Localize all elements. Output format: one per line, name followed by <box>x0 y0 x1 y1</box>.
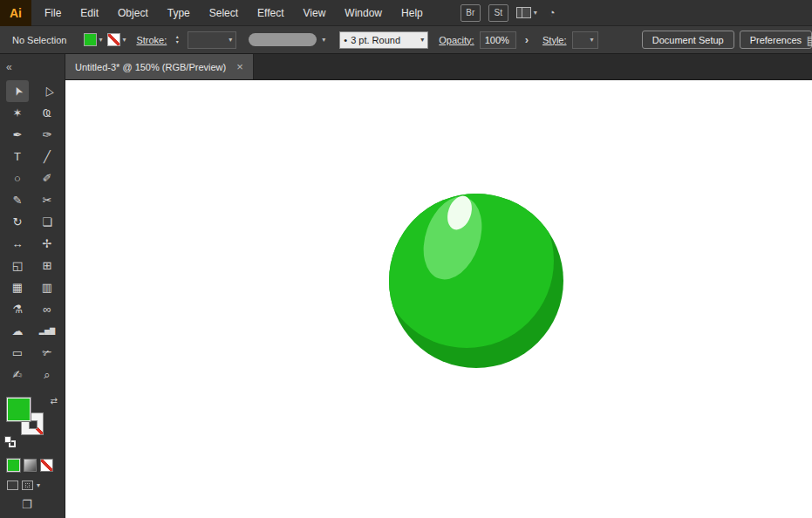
chevron-down-icon[interactable]: ▾ <box>37 481 40 489</box>
gradient-tool-icon: ▥ <box>42 282 52 293</box>
opacity-label[interactable]: Opacity: <box>439 35 474 45</box>
lasso-tool-icon: Ҩ <box>43 107 51 119</box>
free-transform-tool[interactable]: ✢ <box>36 233 58 255</box>
scale-tool[interactable]: ❏ <box>36 211 58 233</box>
width-tool-icon: ↔ <box>12 238 24 249</box>
pencil-tool-icon: ✎ <box>13 194 23 206</box>
preferences-button[interactable]: Preferences <box>740 31 812 49</box>
stroke-weight-label[interactable]: Stroke: <box>136 35 167 45</box>
lasso-tool[interactable]: Ҩ <box>36 102 58 124</box>
menu-edit[interactable]: Edit <box>71 0 108 26</box>
bridge-button[interactable]: Br <box>461 4 481 22</box>
menu-object[interactable]: Object <box>108 0 158 26</box>
selection-tool[interactable]: ➤ <box>6 80 29 102</box>
gradient-button[interactable] <box>24 459 37 472</box>
menu-select[interactable]: Select <box>200 0 248 26</box>
stock-button[interactable]: St <box>488 4 508 22</box>
line-segment-tool-icon: ╱ <box>44 151 51 162</box>
type-tool[interactable]: T <box>6 146 29 167</box>
magic-wand-tool[interactable]: ✶ <box>6 102 29 124</box>
collapse-panel-icon[interactable]: « <box>6 61 12 73</box>
perspective-grid-tool[interactable]: ⊞ <box>36 255 58 276</box>
none-button[interactable] <box>40 459 53 472</box>
color-mode-row <box>7 459 53 472</box>
mesh-tool-icon: ▦ <box>12 282 23 293</box>
variable-width-profile[interactable] <box>249 33 317 46</box>
chevron-down-icon: ▾ <box>534 9 537 17</box>
canvas-area[interactable] <box>65 80 812 518</box>
gradient-tool[interactable]: ▥ <box>36 276 58 298</box>
line-segment-tool[interactable]: ╱ <box>36 146 58 167</box>
column-graph-tool[interactable]: ▂▅▇ <box>36 320 58 342</box>
menu-window[interactable]: Window <box>335 0 392 26</box>
control-bar: No Selection ▾ ▾ Stroke: ▴ ▾ ▾ ▾ • 3 pt.… <box>0 26 812 54</box>
hand-tool[interactable]: ✍ <box>6 364 29 385</box>
screen-mode-button[interactable]: ❐ <box>22 498 32 511</box>
draw-inside-icon[interactable] <box>22 481 33 490</box>
panel-toggle-icon[interactable]: ▤ <box>807 33 812 47</box>
fill-color-control[interactable]: ▾ <box>84 33 102 46</box>
scissors-tool-icon: ✂ <box>43 194 52 206</box>
menubar-quick-actions: Br St ▾ ◔ <box>461 4 556 22</box>
stroke-weight-combo[interactable]: ▾ <box>188 31 236 49</box>
brush-definition-combo[interactable]: • 3 pt. Round ▾ <box>339 31 428 49</box>
stroke-none-swatch <box>107 33 120 46</box>
direct-selection-tool[interactable]: ▷ <box>36 80 58 102</box>
gpu-performance-icon[interactable]: ◔ <box>549 6 556 19</box>
zoom-tool-icon: ⌕ <box>44 369 50 380</box>
symbol-sprayer-tool-icon: ☁ <box>12 325 24 337</box>
menu-type[interactable]: Type <box>158 0 200 26</box>
mesh-tool[interactable]: ▦ <box>6 276 29 298</box>
chevron-down-icon: ▾ <box>229 36 232 44</box>
menu-help[interactable]: Help <box>392 0 433 26</box>
direct-selection-tool-icon: ▷ <box>40 85 54 98</box>
rotate-tool[interactable]: ↻ <box>6 211 29 233</box>
brush-preview-icon: • <box>344 35 347 45</box>
style-label[interactable]: Style: <box>542 35 567 45</box>
close-icon[interactable]: × <box>236 61 243 72</box>
symbol-sprayer-tool[interactable]: ☁ <box>6 320 29 342</box>
chevron-down-icon[interactable]: ▾ <box>322 36 325 44</box>
slice-tool[interactable]: ✃ <box>36 342 58 364</box>
paintbrush-tool[interactable]: ✐ <box>36 167 58 189</box>
rotate-tool-icon: ↻ <box>13 216 23 228</box>
menu-effect[interactable]: Effect <box>248 0 293 26</box>
menu-file[interactable]: File <box>35 0 71 26</box>
pencil-tool[interactable]: ✎ <box>6 189 29 211</box>
color-button[interactable] <box>7 459 20 472</box>
draw-normal-icon[interactable] <box>7 481 18 490</box>
pen-tool[interactable]: ✒ <box>6 124 29 146</box>
document-tab[interactable]: Untitled-3* @ 150% (RGB/Preview) × <box>65 54 254 79</box>
illustrator-window: Ai FileEditObjectTypeSelectEffectViewWin… <box>0 0 812 518</box>
hand-tool-icon: ✍ <box>13 369 23 380</box>
scissors-tool[interactable]: ✂ <box>36 189 58 211</box>
eyedropper-tool[interactable]: ⚗ <box>6 298 29 320</box>
selection-tool-icon: ➤ <box>10 85 24 98</box>
magic-wand-tool-icon: ✶ <box>13 107 23 119</box>
draw-modes: ▾ <box>7 481 40 490</box>
workspace-switcher[interactable]: ▾ <box>516 7 537 18</box>
stroke-weight-stepper[interactable]: ▴ ▾ <box>172 35 182 44</box>
zoom-tool[interactable]: ⌕ <box>36 364 58 385</box>
artboard-tool-icon: ▭ <box>12 347 23 358</box>
stroke-color-control[interactable]: ▾ <box>107 33 126 46</box>
style-combo[interactable]: ▾ <box>572 31 598 49</box>
menu-view[interactable]: View <box>294 0 336 26</box>
blend-tool[interactable]: ∞ <box>36 298 58 320</box>
default-fill-mini <box>4 436 11 443</box>
blend-tool-icon: ∞ <box>43 303 51 315</box>
artboard-tool[interactable]: ▭ <box>6 342 29 364</box>
shape-builder-tool[interactable]: ◱ <box>6 255 29 276</box>
swap-fill-stroke-icon[interactable]: ⇄ <box>51 396 58 406</box>
ellipse-tool[interactable]: ○ <box>6 167 29 189</box>
pen-tool-icon: ✒ <box>13 129 23 140</box>
width-tool[interactable]: ↔ <box>6 233 29 255</box>
document-setup-button[interactable]: Document Setup <box>642 31 734 49</box>
default-fill-stroke-icon[interactable] <box>4 436 17 448</box>
green-ball-artwork[interactable] <box>65 80 812 518</box>
opacity-field[interactable]: 100% <box>480 31 516 49</box>
opacity-options-button[interactable]: › <box>522 32 532 48</box>
workspace-layout-icon <box>516 7 531 18</box>
curvature-tool[interactable]: ✑ <box>36 124 58 146</box>
fill-box[interactable] <box>7 398 31 421</box>
